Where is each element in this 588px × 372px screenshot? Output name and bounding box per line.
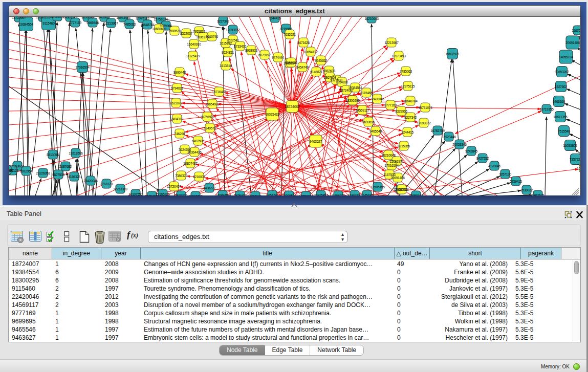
svg-text:8813054: 8813054	[47, 153, 59, 157]
svg-text:12213369: 12213369	[113, 187, 127, 191]
svg-text:10025433: 10025433	[265, 113, 279, 116]
svg-text:9115460: 9115460	[360, 91, 373, 95]
svg-text:4170046: 4170046	[488, 164, 500, 168]
svg-text:7625402: 7625402	[234, 194, 246, 196]
svg-text:1413614: 1413614	[220, 64, 232, 68]
svg-text:9146821: 9146821	[310, 70, 322, 74]
svg-text:14569117: 14569117	[63, 17, 77, 19]
svg-text:10973493: 10973493	[116, 17, 130, 19]
svg-text:10756928: 10756928	[200, 115, 214, 119]
svg-text:10107553: 10107553	[128, 192, 143, 196]
svg-text:9465546: 9465546	[86, 21, 99, 25]
svg-text:15720407: 15720407	[167, 185, 181, 188]
svg-text:16640910: 16640910	[187, 42, 201, 46]
svg-text:20691406: 20691406	[390, 176, 405, 180]
svg-text:20364436: 20364436	[187, 150, 202, 154]
svg-text:5887633: 5887633	[323, 69, 335, 73]
svg-text:10543382: 10543382	[9, 168, 14, 172]
svg-text:10807487: 10807487	[183, 162, 198, 165]
svg-text:10688609: 10688609	[152, 27, 166, 31]
svg-text:6216003: 6216003	[193, 175, 205, 179]
svg-text:7386372: 7386372	[175, 174, 187, 178]
svg-text:9245652: 9245652	[315, 59, 327, 62]
svg-text:3498222: 3498222	[203, 186, 215, 190]
svg-text:12213967: 12213967	[384, 41, 399, 45]
svg-text:15716485: 15716485	[212, 90, 226, 94]
svg-text:1244415: 1244415	[401, 130, 413, 134]
svg-text:7485063: 7485063	[400, 70, 412, 73]
svg-text:9463627: 9463627	[310, 140, 322, 143]
svg-text:8322037: 8322037	[180, 32, 192, 35]
svg-text:12505155: 12505155	[371, 185, 385, 189]
svg-text:0699695: 0699695	[285, 61, 297, 64]
svg-text:1610746: 1610746	[206, 35, 218, 38]
svg-text:9329966: 9329966	[395, 110, 407, 113]
svg-text:12975115: 12975115	[136, 17, 149, 20]
svg-text:7485063: 7485063	[123, 23, 136, 26]
svg-text:6497508: 6497508	[192, 139, 204, 143]
svg-text:7955812: 7955812	[193, 30, 205, 33]
svg-text:19384554: 19384554	[348, 86, 362, 90]
svg-text:8186328: 8186328	[68, 175, 80, 179]
svg-text:17359924: 17359924	[299, 194, 313, 196]
svg-text:10671355: 10671355	[553, 115, 568, 119]
svg-text:16648784: 16648784	[403, 99, 418, 103]
svg-text:22420046: 22420046	[50, 17, 64, 18]
svg-text:19218506: 19218506	[69, 151, 83, 155]
svg-text:10654112: 10654112	[304, 50, 318, 54]
svg-text:15751074: 15751074	[418, 106, 432, 110]
svg-text:1691144: 1691144	[249, 194, 262, 196]
svg-text:6879197: 6879197	[258, 53, 271, 57]
svg-text:7515546: 7515546	[558, 129, 570, 133]
svg-text:14055724: 14055724	[395, 188, 409, 191]
svg-text:9524851: 9524851	[222, 51, 234, 54]
svg-text:7357224: 7357224	[570, 158, 580, 161]
svg-text:9465546: 9465546	[369, 129, 382, 133]
svg-text:16782759: 16782759	[430, 129, 445, 133]
svg-text:2530022: 2530022	[520, 188, 533, 192]
svg-text:16046798: 16046798	[188, 194, 203, 196]
svg-text:12093872: 12093872	[417, 121, 431, 125]
svg-text:10719155: 10719155	[539, 107, 554, 111]
svg-text:10958167: 10958167	[409, 194, 423, 196]
svg-text:1954836: 1954836	[336, 80, 348, 84]
svg-text:9699695: 9699695	[362, 120, 375, 124]
svg-text:9227342: 9227342	[217, 19, 229, 23]
svg-text:9777169: 9777169	[69, 21, 81, 25]
svg-text:18300295: 18300295	[36, 17, 50, 19]
svg-text:9457791: 9457791	[266, 193, 278, 196]
svg-text:18300295: 18300295	[345, 99, 360, 102]
svg-text:20691406: 20691406	[565, 41, 580, 45]
svg-text:8454749: 8454749	[296, 65, 309, 69]
svg-text:20975887: 20975887	[314, 193, 328, 196]
svg-text:15692971: 15692971	[445, 52, 460, 56]
svg-text:7632621: 7632621	[284, 33, 296, 36]
svg-text:2687682: 2687682	[59, 165, 72, 168]
svg-text:19384554: 19384554	[19, 23, 33, 26]
svg-text:19166825: 19166825	[156, 192, 170, 196]
svg-text:746266: 746266	[175, 132, 185, 136]
svg-text:12975115: 12975115	[401, 84, 415, 88]
svg-text:9115460: 9115460	[42, 21, 55, 25]
svg-text:3267130: 3267130	[499, 172, 511, 176]
svg-text:1733426: 1733426	[234, 45, 246, 48]
svg-text:2718170: 2718170	[100, 182, 113, 186]
svg-text:8471626: 8471626	[297, 41, 310, 45]
svg-text:6466160: 6466160	[553, 100, 565, 103]
svg-text:1588520: 1588520	[168, 29, 181, 33]
svg-text:19654923: 19654923	[205, 102, 220, 106]
svg-text:22420046: 22420046	[370, 97, 384, 101]
svg-text:9463627: 9463627	[98, 17, 111, 19]
svg-text:1527602: 1527602	[555, 85, 567, 89]
svg-text:11156829: 11156829	[332, 194, 345, 196]
svg-text:8215955: 8215955	[280, 27, 292, 31]
svg-text:1167533: 1167533	[572, 29, 580, 32]
svg-text:7163822: 7163822	[11, 164, 24, 168]
svg-text:8990448: 8990448	[173, 71, 186, 74]
svg-text:9699695: 9699695	[81, 17, 94, 19]
svg-text:2494310: 2494310	[171, 117, 183, 121]
svg-text:15923446: 15923446	[442, 135, 456, 139]
svg-text:16210643: 16210643	[364, 17, 379, 20]
svg-text:1849579: 1849579	[204, 126, 216, 130]
svg-text:23226058: 23226058	[36, 171, 50, 175]
